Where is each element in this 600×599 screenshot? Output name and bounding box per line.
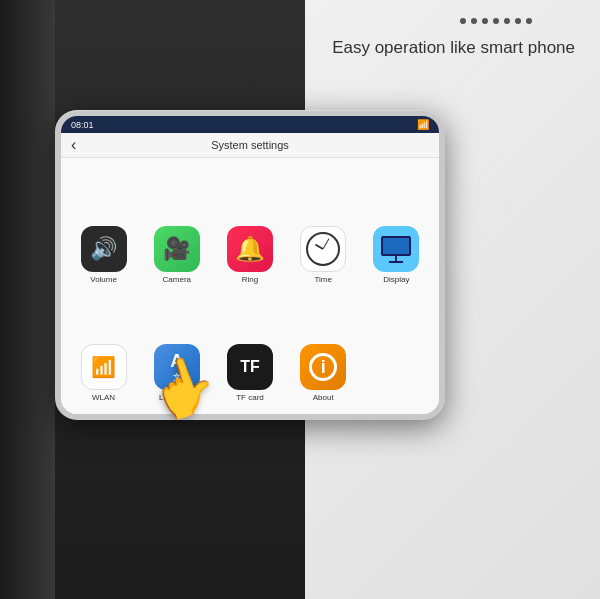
camera-label: Camera (163, 275, 191, 284)
about-icon: i (300, 344, 346, 390)
door-frame (0, 0, 60, 599)
app-display[interactable]: Display (362, 170, 431, 284)
tfcard-icon: TF (227, 344, 273, 390)
nav-bar: ‹ System settings (61, 133, 439, 158)
tablet-device: 08:01 📶 ‹ System settings 🔊 Volume 🎥 C (55, 110, 445, 420)
tfcard-label: TF card (236, 393, 264, 402)
ring-icon: 🔔 (227, 226, 273, 272)
status-bar: 08:01 📶 (61, 116, 439, 133)
app-grid: 🔊 Volume 🎥 Camera 🔔 Ring (61, 158, 439, 414)
tagline-text: Easy operation like smart phone (332, 38, 575, 58)
status-time: 08:01 (71, 120, 94, 130)
app-tfcard[interactable]: TF TF card (215, 288, 284, 402)
wlan-label: WLAN (92, 393, 115, 402)
ring-label: Ring (242, 275, 258, 284)
decorative-dots (460, 18, 540, 24)
app-camera[interactable]: 🎥 Camera (142, 170, 211, 284)
app-ring[interactable]: 🔔 Ring (215, 170, 284, 284)
time-icon (300, 226, 346, 272)
back-button[interactable]: ‹ (71, 136, 76, 154)
app-about[interactable]: i About (289, 288, 358, 402)
volume-label: Volume (90, 275, 117, 284)
screen-title: System settings (211, 139, 289, 151)
wifi-icon: 📶 (417, 119, 429, 130)
display-label: Display (383, 275, 409, 284)
time-label: Time (314, 275, 331, 284)
app-volume[interactable]: 🔊 Volume (69, 170, 138, 284)
tablet-screen: 08:01 📶 ‹ System settings 🔊 Volume 🎥 C (61, 116, 439, 414)
app-wlan[interactable]: 📶 WLAN (69, 288, 138, 402)
camera-icon: 🎥 (154, 226, 200, 272)
about-label: About (313, 393, 334, 402)
display-icon (373, 226, 419, 272)
app-time[interactable]: Time (289, 170, 358, 284)
volume-icon: 🔊 (81, 226, 127, 272)
wlan-icon: 📶 (81, 344, 127, 390)
